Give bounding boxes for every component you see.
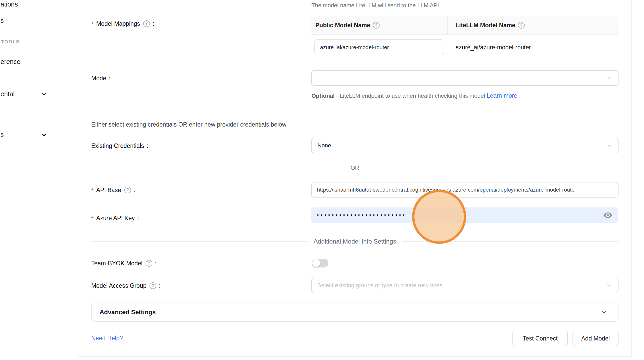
chevron-down-icon (41, 132, 47, 138)
table-row: azure_ai/azure-model-router (311, 35, 619, 60)
sidebar: ations s TOOLS erence ental s (0, 0, 78, 360)
mode-select[interactable] (311, 70, 619, 86)
need-help-link[interactable]: Need Help? (91, 335, 123, 342)
masked-password-value: •••••••••••••••••••••••• (317, 212, 406, 218)
column-header-public-model-name: Public Model Name (311, 22, 447, 29)
learn-more-link[interactable]: Learn more (487, 92, 517, 99)
model-access-group-select[interactable]: Select existing groups or type to create… (311, 278, 619, 293)
model-name-helper-text: The model name LiteLLM will send to the … (311, 2, 439, 9)
test-connect-button[interactable]: Test Connect (512, 331, 568, 346)
advanced-settings-header[interactable]: Advanced Settings (91, 303, 619, 322)
question-circle-icon[interactable] (518, 22, 525, 29)
sidebar-item-organizations[interactable]: ations (1, 1, 18, 8)
existing-credentials-value: None (317, 142, 331, 149)
model-access-group-placeholder: Select existing groups or type to create… (317, 282, 443, 289)
toggle-knob (312, 259, 320, 267)
required-asterisk: * (91, 187, 94, 194)
question-circle-icon[interactable] (124, 187, 131, 193)
litellm-model-name-value: azure_ai/azure-model-router (447, 44, 619, 51)
question-circle-icon[interactable] (373, 22, 380, 29)
advanced-settings-label: Advanced Settings (100, 309, 600, 316)
column-header-litellm-model-name: LiteLLM Model Name (447, 16, 619, 35)
or-divider: OR (91, 165, 619, 171)
team-byok-toggle[interactable] (312, 259, 328, 267)
chevron-down-icon (606, 282, 613, 289)
chevron-down-icon (41, 91, 47, 97)
sidebar-section-tools: TOOLS (1, 39, 20, 45)
api-base-label: * API Base : (91, 185, 135, 195)
credentials-note: Either select existing credentials OR en… (91, 121, 286, 128)
chevron-down-icon (606, 142, 613, 149)
sidebar-item-5[interactable]: s (1, 131, 4, 139)
add-model-form: The model name LiteLLM will send to the … (78, 0, 632, 357)
question-circle-icon[interactable] (149, 282, 156, 289)
mode-helper-text: Optional - LiteLLM endpoint to use when … (311, 90, 527, 101)
existing-credentials-select[interactable]: None (311, 138, 619, 153)
eye-icon[interactable] (603, 210, 613, 220)
api-base-input[interactable] (311, 182, 619, 198)
add-model-button[interactable]: Add Model (573, 331, 619, 346)
sidebar-item-experimental[interactable]: ental (1, 90, 15, 98)
add-model-page: ations s TOOLS erence ental s The model … (0, 0, 644, 360)
mode-label: Mode : (91, 73, 110, 83)
required-asterisk: * (91, 215, 94, 222)
azure-api-key-input[interactable]: •••••••••••••••••••••••• (311, 207, 618, 223)
chevron-down-icon (606, 75, 613, 81)
table-header-row: Public Model Name LiteLLM Model Name (311, 16, 619, 35)
chevron-down-icon (600, 309, 608, 316)
additional-settings-divider: Additional Model Info Settings (91, 238, 619, 245)
team-byok-label: Team-BYOK Model : (91, 258, 157, 268)
existing-credentials-label: Existing Credentials : (91, 141, 148, 151)
model-mappings-label: * Model Mappings : (91, 19, 154, 29)
model-mappings-table: Public Model Name LiteLLM Model Name azu… (311, 16, 619, 60)
azure-api-key-label: * Azure API Key : (91, 213, 139, 223)
required-asterisk: * (91, 21, 94, 28)
model-access-group-label: Model Access Group : (91, 281, 161, 291)
sidebar-item-inference[interactable]: erence (1, 58, 20, 66)
optional-bold: Optional (311, 93, 335, 99)
question-circle-icon[interactable] (146, 260, 152, 267)
public-model-name-input[interactable] (314, 39, 444, 55)
sidebar-item-1[interactable]: s (1, 17, 4, 24)
question-circle-icon[interactable] (143, 20, 150, 27)
